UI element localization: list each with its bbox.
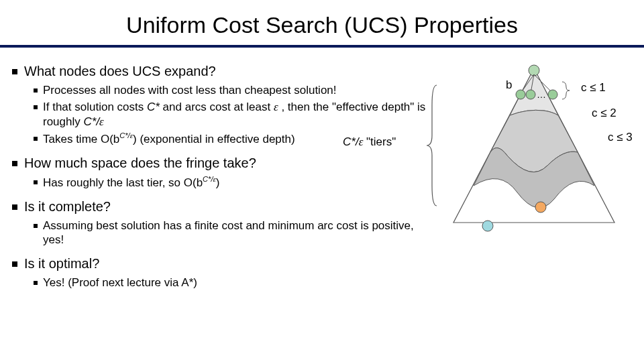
bullet-icon [12, 261, 17, 267]
sub-item: Yes! (Proof next lecture via A*) [34, 276, 427, 290]
sub-text: Processes all nodes with cost less than … [43, 83, 337, 97]
svg-point-6 [548, 90, 557, 99]
svg-point-5 [526, 90, 535, 99]
sub-text: Has roughly the last tier, so O(bC*/ε) [43, 175, 220, 190]
sub-item: Assuming best solution has a finite cost… [34, 219, 427, 247]
question-text: Is it optimal? [24, 256, 99, 272]
title-underline [0, 45, 644, 48]
c3-label: c ≤ 3 [608, 131, 633, 144]
question-space: How much space does the fringe take? [12, 156, 427, 171]
content-row: What nodes does UCS expand? Processes al… [0, 58, 644, 299]
bullet-icon [34, 180, 38, 184]
sub-item: Has roughly the last tier, so O(bC*/ε) [34, 175, 427, 190]
bullet-icon [12, 69, 17, 74]
sub-text: If that solution costs C* and arcs cost … [43, 100, 427, 129]
text-column: What nodes does UCS expand? Processes al… [24, 58, 427, 299]
slide: Uniform Cost Search (UCS) Properties Wha… [0, 0, 644, 362]
sub-item: Processes all nodes with cost less than … [34, 83, 427, 97]
bullet-icon [12, 204, 17, 210]
tree-svg [407, 58, 644, 233]
svg-point-0 [529, 65, 539, 76]
q4-subs: Yes! (Proof next lecture via A*) [24, 276, 427, 290]
q3-subs: Assuming best solution has a finite cost… [24, 219, 427, 247]
question-expand: What nodes does UCS expand? [12, 64, 427, 79]
c1-label: c ≤ 1 [581, 81, 606, 95]
sub-text: Assuming best solution has a finite cost… [43, 219, 427, 247]
bullet-icon [34, 88, 38, 93]
sub-text: Yes! (Proof next lecture via A*) [43, 276, 197, 290]
question-text: Is it complete? [24, 199, 111, 215]
svg-point-8 [482, 221, 493, 231]
bullet-icon [12, 161, 17, 166]
bullet-icon [34, 137, 38, 141]
dots-label: … [537, 89, 546, 100]
question-optimal: Is it optimal? [12, 256, 427, 272]
sub-text: Takes time O(bC*/ε) (exponential in effe… [43, 131, 295, 146]
svg-point-7 [535, 202, 546, 213]
bullet-icon [34, 224, 38, 228]
sub-item: If that solution costs C* and arcs cost … [34, 100, 427, 129]
figure-column: C*/ε "tiers" b … c ≤ 1 c ≤ 2 c ≤ 3 [427, 58, 620, 299]
b-label: b [506, 78, 512, 92]
question-text: How much space does the fringe take? [24, 156, 256, 171]
tiers-label: C*/ε "tiers" [343, 135, 396, 149]
bullet-icon [34, 105, 38, 109]
slide-title: Uniform Cost Search (UCS) Properties [0, 12, 644, 38]
question-complete: Is it complete? [12, 199, 427, 215]
svg-point-4 [516, 90, 525, 99]
question-text: What nodes does UCS expand? [24, 64, 216, 79]
bullet-icon [34, 281, 38, 285]
c2-label: c ≤ 2 [592, 107, 616, 120]
q2-subs: Has roughly the last tier, so O(bC*/ε) [24, 175, 427, 190]
tree-figure: C*/ε "tiers" b … c ≤ 1 c ≤ 2 c ≤ 3 [407, 58, 644, 233]
